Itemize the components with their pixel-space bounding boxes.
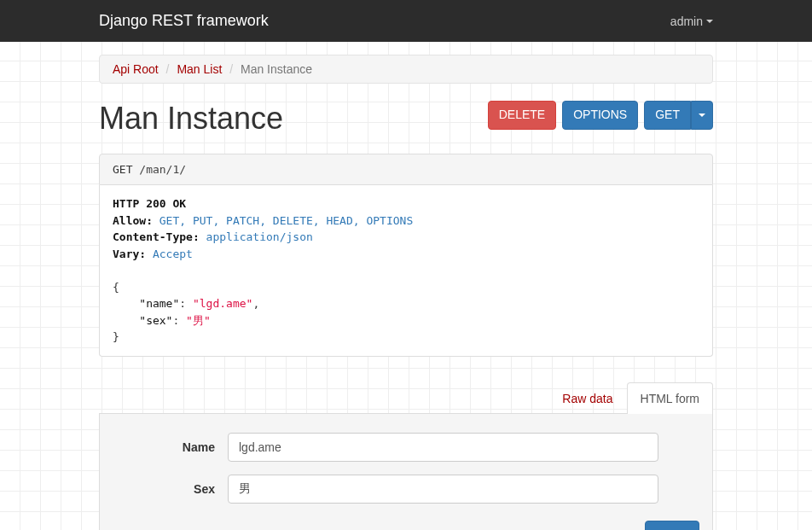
- request-line: GET /man/1/: [99, 154, 713, 185]
- breadcrumb-list[interactable]: Man List: [177, 62, 222, 76]
- put-button[interactable]: PUT: [645, 521, 699, 531]
- sex-label: Sex: [113, 482, 228, 496]
- name-label: Name: [113, 440, 228, 454]
- brand-link[interactable]: Django REST framework: [99, 12, 269, 30]
- caret-down-icon: [706, 20, 713, 23]
- html-form-panel: Name Sex PUT: [99, 414, 713, 531]
- form-tabs: Raw data HTML form: [99, 382, 713, 414]
- delete-button[interactable]: DELETE: [488, 101, 556, 130]
- user-menu[interactable]: admin: [670, 15, 713, 28]
- breadcrumb-root[interactable]: Api Root: [113, 62, 159, 76]
- tab-raw-data[interactable]: Raw data: [548, 382, 626, 414]
- sex-field[interactable]: [228, 475, 658, 504]
- caret-down-icon: [699, 114, 705, 117]
- breadcrumb: Api Root / Man List / Man Instance: [99, 55, 713, 84]
- name-field[interactable]: [228, 433, 658, 462]
- user-label: admin: [670, 15, 703, 28]
- action-buttons: DELETE OPTIONS GET: [488, 101, 713, 130]
- breadcrumb-sep: /: [229, 62, 233, 76]
- request-method: GET: [113, 163, 132, 176]
- breadcrumb-sep: /: [166, 62, 170, 76]
- navbar: Django REST framework admin: [0, 0, 812, 42]
- page-title: Man Instance: [99, 101, 283, 137]
- get-button[interactable]: GET: [644, 101, 691, 130]
- response-body: HTTP 200 OK Allow: GET, PUT, PATCH, DELE…: [99, 185, 713, 357]
- tab-html-form[interactable]: HTML form: [627, 382, 713, 414]
- breadcrumb-current: Man Instance: [241, 62, 312, 76]
- get-dropdown-button[interactable]: [691, 101, 713, 130]
- options-button[interactable]: OPTIONS: [562, 101, 638, 130]
